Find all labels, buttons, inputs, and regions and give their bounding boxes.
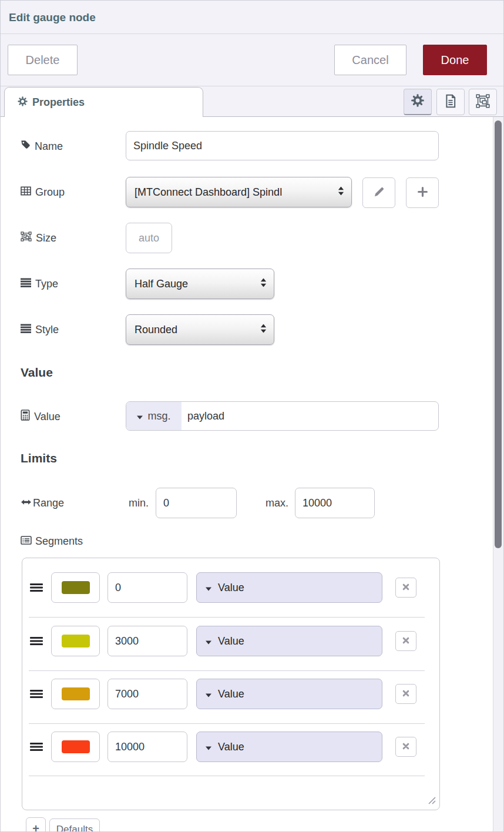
list-alt-icon bbox=[21, 535, 32, 548]
x-icon bbox=[402, 689, 409, 699]
type-select[interactable]: Half Gauge bbox=[126, 269, 274, 299]
editor-tab-row: Properties bbox=[1, 86, 503, 117]
list-icon bbox=[21, 324, 31, 336]
name-label: Name bbox=[35, 140, 63, 153]
group-select-value: [MTConnect Dashboard] Spindl bbox=[135, 186, 282, 199]
dialog-header: Edit gauge node bbox=[1, 1, 503, 34]
remove-segment-button[interactable] bbox=[395, 578, 416, 598]
add-segment-button[interactable]: + bbox=[26, 817, 46, 832]
segment-row: Value bbox=[22, 572, 439, 603]
style-select[interactable]: Rounded bbox=[126, 314, 274, 345]
range-min-label: min. bbox=[112, 488, 149, 518]
calculator-icon bbox=[21, 410, 30, 424]
segment-divider bbox=[29, 670, 425, 671]
tab-properties[interactable]: Properties bbox=[4, 87, 203, 117]
segment-color-swatch bbox=[62, 635, 90, 648]
style-select-value: Rounded bbox=[135, 324, 177, 336]
segment-color-swatch bbox=[62, 687, 90, 700]
appearance-panel-button[interactable] bbox=[469, 89, 497, 115]
segment-mode-label: Value bbox=[218, 635, 244, 648]
up-down-arrows-icon bbox=[260, 324, 267, 336]
segments-label: Segments bbox=[35, 535, 83, 548]
size-label: Size bbox=[36, 232, 56, 244]
segment-color-button[interactable] bbox=[51, 679, 100, 709]
add-group-button[interactable] bbox=[406, 177, 439, 208]
remove-segment-button[interactable] bbox=[395, 631, 416, 651]
segment-mode-dropdown[interactable]: Value bbox=[196, 626, 382, 656]
pencil-icon bbox=[374, 186, 385, 200]
value-label-group: Value bbox=[21, 401, 61, 432]
drag-handle-icon[interactable] bbox=[30, 583, 44, 592]
style-label: Style bbox=[35, 324, 59, 336]
segment-mode-label: Value bbox=[218, 741, 244, 753]
list-icon bbox=[21, 278, 31, 290]
segment-value-input[interactable] bbox=[107, 732, 187, 762]
type-label-group: Type bbox=[21, 269, 58, 299]
type-select-value: Half Gauge bbox=[135, 278, 188, 290]
delete-button[interactable]: Delete bbox=[8, 45, 78, 75]
segment-row: Value bbox=[22, 679, 439, 709]
size-auto-button[interactable]: auto bbox=[126, 223, 172, 253]
appearance-icon bbox=[476, 94, 490, 110]
limits-section-heading: Limits bbox=[21, 451, 57, 465]
properties-panel-button[interactable] bbox=[404, 89, 432, 115]
range-label-group: Range bbox=[21, 488, 64, 518]
drag-handle-icon[interactable] bbox=[30, 637, 44, 645]
segments-label-group: Segments bbox=[21, 526, 83, 556]
document-icon bbox=[444, 94, 457, 110]
gear-icon bbox=[18, 96, 28, 109]
range-max-input[interactable] bbox=[295, 488, 375, 518]
tab-properties-label: Properties bbox=[32, 96, 85, 109]
triangle-down-icon bbox=[206, 688, 211, 700]
group-select[interactable]: [MTConnect Dashboard] Spindl bbox=[126, 177, 352, 207]
group-label: Group bbox=[35, 186, 65, 199]
tag-icon bbox=[21, 140, 31, 153]
done-button[interactable]: Done bbox=[423, 45, 487, 75]
triangle-down-icon bbox=[206, 582, 211, 594]
range-max-label: max. bbox=[252, 488, 288, 518]
edit-group-button[interactable] bbox=[362, 177, 395, 208]
segment-mode-dropdown[interactable]: Value bbox=[196, 572, 382, 603]
segment-color-swatch bbox=[62, 581, 90, 594]
segment-divider bbox=[29, 723, 425, 724]
segment-value-input[interactable] bbox=[107, 626, 187, 656]
segment-value-input[interactable] bbox=[107, 572, 187, 603]
segment-color-swatch bbox=[62, 740, 90, 753]
table-icon bbox=[21, 186, 31, 199]
segment-color-button[interactable] bbox=[51, 626, 100, 656]
value-type-dropdown[interactable]: msg. bbox=[126, 402, 182, 430]
resize-grip-icon[interactable] bbox=[428, 796, 436, 807]
segment-divider bbox=[29, 617, 425, 618]
remove-segment-button[interactable] bbox=[395, 737, 416, 757]
segment-color-button[interactable] bbox=[51, 732, 100, 762]
value-property-input[interactable] bbox=[182, 402, 438, 430]
up-down-arrows-icon bbox=[260, 278, 267, 290]
scrollbar-thumb[interactable] bbox=[495, 120, 502, 548]
plus-icon bbox=[418, 187, 428, 199]
edit-gauge-node-dialog: Edit gauge node Delete Cancel Done bbox=[0, 0, 504, 832]
name-input[interactable] bbox=[126, 131, 439, 160]
range-min-input[interactable] bbox=[156, 488, 237, 518]
x-icon bbox=[402, 582, 409, 593]
description-panel-button[interactable] bbox=[436, 89, 465, 115]
drag-handle-icon[interactable] bbox=[30, 690, 44, 698]
segment-value-input[interactable] bbox=[107, 679, 187, 709]
name-label-group: Name bbox=[21, 131, 63, 162]
drag-handle-icon[interactable] bbox=[30, 743, 44, 751]
value-section-heading: Value bbox=[21, 365, 53, 380]
cancel-button[interactable]: Cancel bbox=[334, 45, 406, 75]
segment-color-button[interactable] bbox=[51, 572, 100, 603]
segment-mode-dropdown[interactable]: Value bbox=[196, 732, 382, 762]
segment-mode-label: Value bbox=[218, 688, 244, 700]
range-label: Range bbox=[33, 497, 64, 509]
x-icon bbox=[402, 742, 409, 752]
segment-row: Value bbox=[22, 626, 439, 656]
gear-icon bbox=[411, 94, 424, 109]
scrollbar-track[interactable] bbox=[493, 117, 503, 831]
dialog-title: Edit gauge node bbox=[9, 1, 96, 34]
remove-segment-button[interactable] bbox=[395, 684, 416, 704]
segment-mode-dropdown[interactable]: Value bbox=[196, 679, 382, 709]
segment-divider bbox=[29, 776, 425, 776]
segments-defaults-button[interactable]: Defaults bbox=[49, 818, 100, 832]
arrows-horizontal-icon bbox=[21, 497, 32, 509]
